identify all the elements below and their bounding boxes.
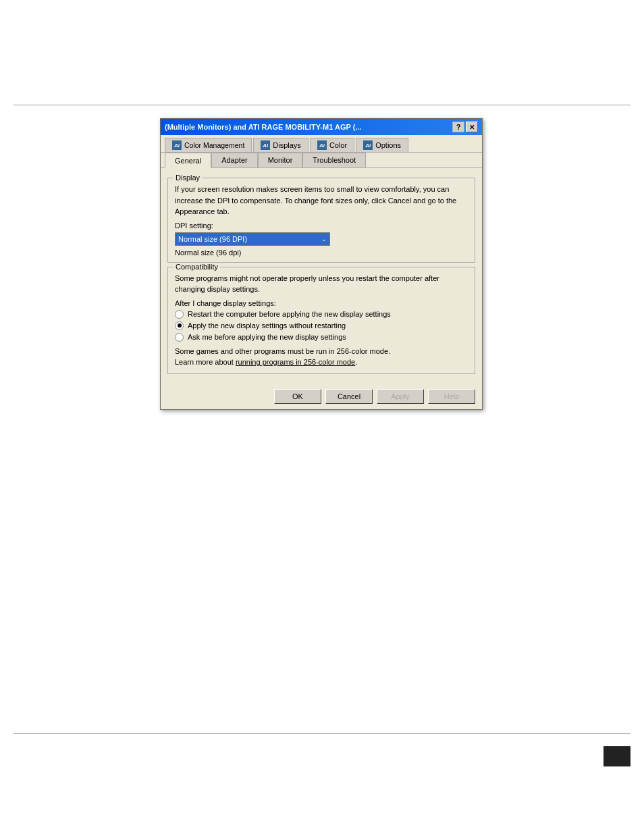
tab-general-label: General <box>175 157 201 165</box>
display-description: If your screen resolution makes screen i… <box>175 184 468 217</box>
dpi-setting-label: DPI setting: <box>175 221 468 230</box>
radio-restart[interactable]: Restart the computer before applying the… <box>175 310 468 319</box>
dpi-current-value: Normal size (96 dpi) <box>175 249 468 257</box>
tab-monitor-label: Monitor <box>268 156 293 164</box>
games-link[interactable]: running programs in 256-color mode <box>236 358 355 366</box>
tab-adapter[interactable]: Adapter <box>211 153 258 167</box>
title-bar-buttons: ? ✕ <box>452 122 478 132</box>
radio-apply[interactable]: Apply the new display settings without r… <box>175 321 468 330</box>
tab-adapter-label: Adapter <box>221 156 248 164</box>
games-note-text2: Learn more about <box>175 358 236 366</box>
tab-displays[interactable]: Ai Displays <box>253 138 308 152</box>
tab-color-management-label: Color Management <box>184 141 244 149</box>
page-wrapper: (Multiple Monitors) and ATI RAGE MOBILIT… <box>0 0 644 834</box>
help-button[interactable]: Help <box>428 389 475 404</box>
radio-restart-indicator[interactable] <box>175 310 184 319</box>
tab-options[interactable]: Ai Options <box>356 138 408 152</box>
radio-ask-indicator[interactable] <box>175 333 184 342</box>
after-change-label: After I change display settings: <box>175 299 468 307</box>
tab-general[interactable]: General <box>165 153 211 168</box>
tab-troubleshoot-label: Troubleshoot <box>313 156 356 164</box>
chevron-down-icon: ⌄ <box>321 236 327 242</box>
games-note-text3: . <box>355 358 357 366</box>
dialog-window: (Multiple Monitors) and ATI RAGE MOBILIT… <box>160 118 483 410</box>
bottom-tab-row: General Adapter Monitor Troubleshoot <box>161 153 482 168</box>
radio-ask-label: Ask me before applying the new display s… <box>188 333 346 341</box>
help-icon-title[interactable]: ? <box>452 122 464 132</box>
tab-color-label: Color <box>329 141 347 149</box>
dialog-buttons: OK Cancel Apply Help <box>161 384 482 409</box>
apply-button[interactable]: Apply <box>377 389 424 404</box>
radio-apply-label: Apply the new display settings without r… <box>188 321 346 330</box>
tab-color[interactable]: Ai Color <box>310 138 354 152</box>
ati-icon-color-management: Ai <box>172 140 182 150</box>
ati-icon-options: Ai <box>363 140 373 150</box>
title-bar: (Multiple Monitors) and ATI RAGE MOBILIT… <box>161 119 482 135</box>
top-rule <box>14 105 630 105</box>
ati-icon-color: Ai <box>317 140 327 150</box>
radio-ask[interactable]: Ask me before applying the new display s… <box>175 333 468 342</box>
radio-apply-indicator[interactable] <box>175 321 184 330</box>
compatibility-group-box: Compatibility Some programs might not op… <box>167 267 475 374</box>
tab-monitor[interactable]: Monitor <box>258 153 303 167</box>
compatibility-group-label: Compatibility <box>173 263 220 271</box>
dpi-dropdown-value: Normal size (96 DPI) <box>178 235 247 243</box>
display-group-label: Display <box>173 174 202 182</box>
tab-color-management[interactable]: Ai Color Management <box>165 138 252 152</box>
bottom-black-rect <box>603 746 630 766</box>
tab-troubleshoot[interactable]: Troubleshoot <box>302 153 366 167</box>
dialog-title: (Multiple Monitors) and ATI RAGE MOBILIT… <box>165 123 452 131</box>
tab-displays-label: Displays <box>273 141 301 149</box>
top-tab-row: Ai Color Management Ai Displays Ai Color… <box>161 135 482 153</box>
ok-button[interactable]: OK <box>274 389 321 404</box>
bottom-rule <box>14 733 630 734</box>
dialog-content: Display If your screen resolution makes … <box>161 168 482 384</box>
radio-restart-label: Restart the computer before applying the… <box>188 310 391 318</box>
ati-icon-displays: Ai <box>261 140 270 150</box>
cancel-button[interactable]: Cancel <box>325 389 373 404</box>
games-note-text1: Some games and other programs must be ru… <box>175 347 390 355</box>
games-note: Some games and other programs must be ru… <box>175 346 468 368</box>
tab-options-label: Options <box>375 141 401 149</box>
display-group-box: Display If your screen resolution makes … <box>167 178 475 263</box>
close-button[interactable]: ✕ <box>466 122 478 132</box>
dpi-dropdown[interactable]: Normal size (96 DPI) ⌄ <box>175 232 330 246</box>
compatibility-description: Some programs might not operate properly… <box>175 273 468 295</box>
